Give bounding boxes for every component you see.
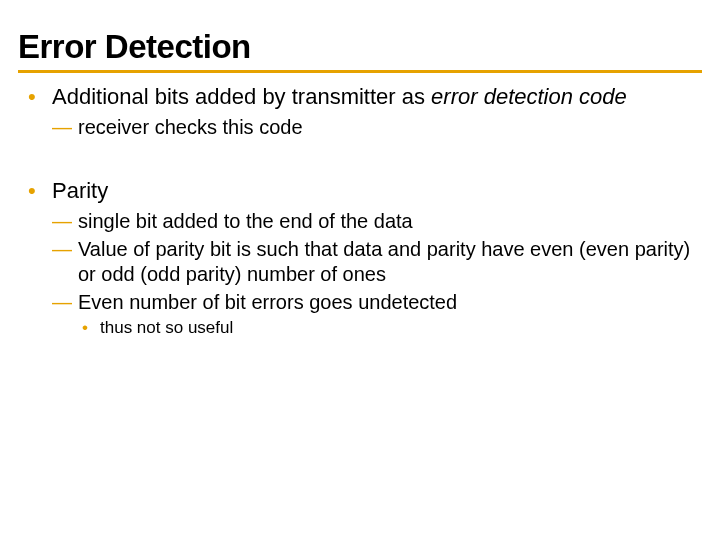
- sub-item: single bit added to the end of the data: [52, 209, 692, 235]
- sub-item: Even number of bit errors goes undetecte…: [52, 290, 692, 340]
- bullet-list: Additional bits added by transmitter as …: [24, 83, 692, 339]
- sub-item-text: receiver checks this code: [78, 116, 303, 138]
- bullet-text-pre: Additional bits added by transmitter as: [52, 84, 431, 109]
- sub-list: single bit added to the end of the data …: [52, 209, 692, 339]
- subsub-item: thus not so useful: [78, 317, 692, 339]
- subsub-list: thus not so useful: [78, 317, 692, 339]
- slide-body: Additional bits added by transmitter as …: [18, 83, 702, 339]
- sub-item: receiver checks this code: [52, 115, 692, 141]
- page-title: Error Detection: [18, 28, 702, 70]
- slide: Error Detection Additional bits added by…: [0, 0, 720, 540]
- sub-item-text: Value of parity bit is such that data an…: [78, 238, 690, 286]
- bullet-item: Additional bits added by transmitter as …: [24, 83, 692, 141]
- bullet-text: Parity: [52, 178, 108, 203]
- spacer: [24, 147, 692, 177]
- subsub-item-text: thus not so useful: [100, 318, 233, 337]
- sub-item-text: Even number of bit errors goes undetecte…: [78, 291, 457, 313]
- sub-item: Value of parity bit is such that data an…: [52, 237, 692, 288]
- bullet-text-em: error detection code: [431, 84, 627, 109]
- title-rule: [18, 70, 702, 73]
- sub-item-text: single bit added to the end of the data: [78, 210, 413, 232]
- sub-list: receiver checks this code: [52, 115, 692, 141]
- bullet-item: Parity single bit added to the end of th…: [24, 177, 692, 340]
